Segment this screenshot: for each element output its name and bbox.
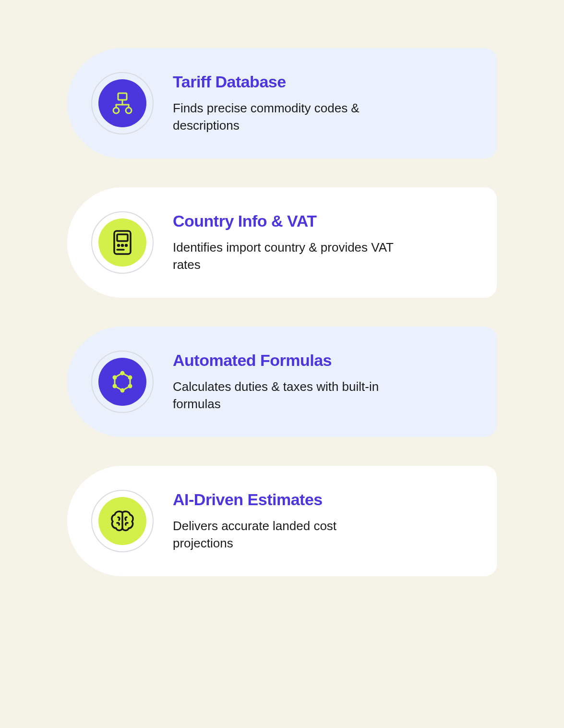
card-title: Automated Formulas	[173, 351, 394, 370]
hexagon-network-icon	[98, 358, 146, 406]
card-description: Delivers accurate landed cost projection…	[173, 518, 394, 551]
icon-circle	[91, 490, 154, 552]
icon-circle	[91, 351, 154, 413]
svg-point-6	[126, 108, 132, 113]
hierarchy-icon	[98, 79, 146, 127]
card-title: Country Info & VAT	[173, 212, 394, 231]
svg-point-11	[126, 245, 127, 246]
feature-card-country-vat: Country Info & VAT Identifies import cou…	[67, 187, 497, 298]
card-description: Finds precise commodity codes & descript…	[173, 100, 394, 133]
svg-marker-13	[115, 373, 130, 390]
card-title: Tariff Database	[173, 73, 394, 91]
svg-point-10	[122, 245, 123, 246]
svg-point-16	[129, 385, 132, 388]
feature-card-tariff-database: Tariff Database Finds precise commodity …	[67, 48, 497, 158]
svg-point-19	[113, 376, 116, 379]
calculator-icon	[98, 218, 146, 267]
svg-point-15	[129, 376, 132, 379]
icon-circle	[91, 72, 154, 134]
svg-point-5	[113, 108, 119, 113]
feature-card-ai-estimates: AI-Driven Estimates Delivers accurate la…	[67, 466, 497, 576]
svg-rect-8	[117, 234, 128, 241]
card-description: Identifies import country & provides VAT…	[173, 239, 394, 273]
brain-icon	[98, 497, 146, 545]
icon-circle	[91, 211, 154, 274]
svg-point-18	[113, 385, 116, 388]
feature-card-automated-formulas: Automated Formulas Calculates duties & t…	[67, 327, 497, 437]
svg-rect-0	[118, 93, 127, 100]
svg-point-9	[118, 245, 120, 246]
card-description: Calculates duties & taxes with built-in …	[173, 378, 394, 412]
card-title: AI-Driven Estimates	[173, 490, 394, 509]
svg-point-14	[121, 372, 124, 375]
svg-point-17	[121, 389, 124, 392]
